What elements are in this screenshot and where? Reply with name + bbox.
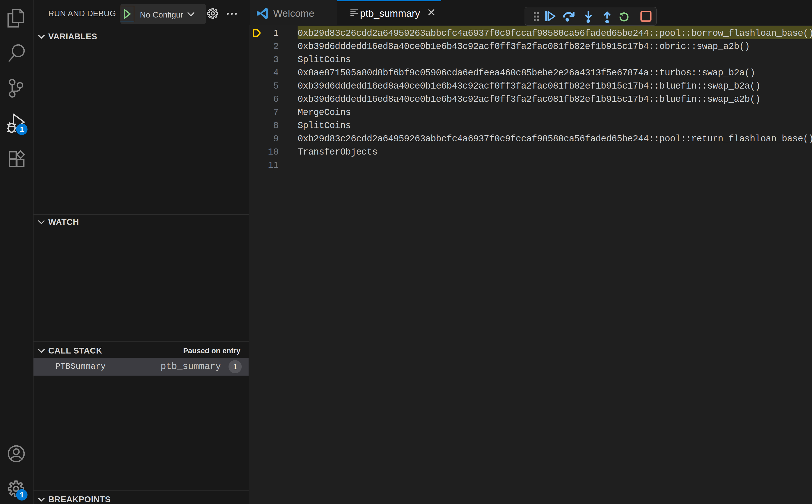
- svg-text:1: 1: [20, 125, 24, 133]
- svg-text:1: 1: [20, 491, 24, 499]
